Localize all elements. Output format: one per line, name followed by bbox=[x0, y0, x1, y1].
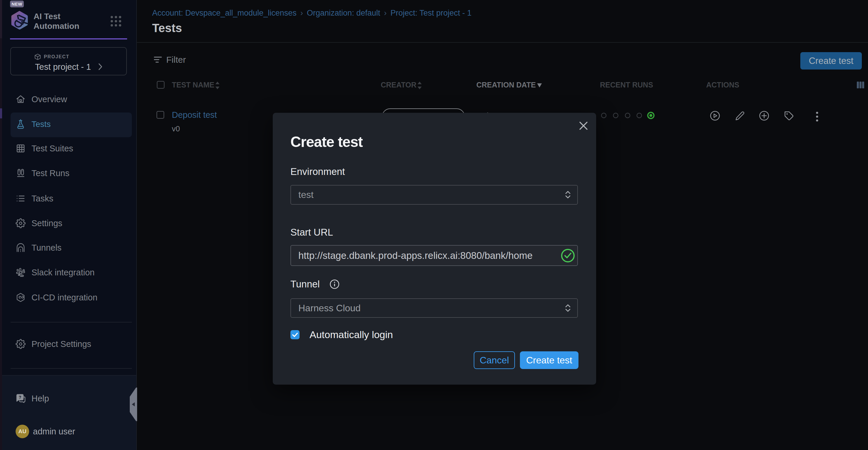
svg-text:?: ? bbox=[19, 395, 22, 400]
